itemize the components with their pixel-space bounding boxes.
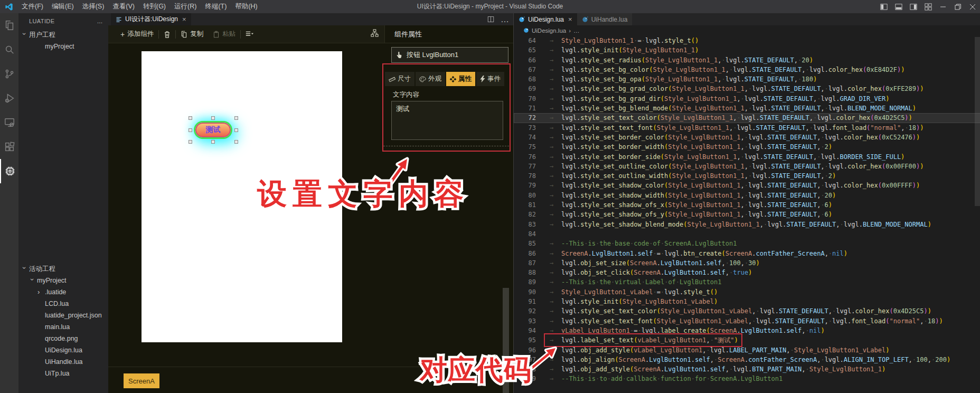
section-[interactable]: ›用户工程 xyxy=(18,29,108,41)
resize-handle[interactable] xyxy=(189,140,192,144)
title-bar: 文件(F)编辑(E)选择(S)查看(V)转到(G)运行(R)终端(T)帮助(H)… xyxy=(0,0,980,13)
line-number: 90 xyxy=(514,287,536,297)
sidebar-more-icon[interactable]: … xyxy=(97,18,103,24)
breadcrumb[interactable]: UiDesign.lua › … xyxy=(514,25,980,35)
resize-handle[interactable] xyxy=(189,128,192,132)
extensions-icon[interactable] xyxy=(0,135,18,159)
tab-properties[interactable]: 属性 xyxy=(446,72,475,86)
add-widget-button[interactable]: + 添加组件 xyxy=(116,25,158,43)
menu-item-2[interactable]: 选择(S) xyxy=(78,0,109,13)
menu-item-3[interactable]: 查看(V) xyxy=(108,0,139,13)
line-number: 99 xyxy=(514,374,536,383)
line-content: →lvgl.style_init(Style_LvglButton1_1) xyxy=(550,45,699,55)
lua-file-icon xyxy=(519,16,525,23)
resize-handle[interactable] xyxy=(234,116,238,120)
designer-scrollbar[interactable] xyxy=(503,288,509,393)
code-line-69: 69→lvgl.style_set_bg_grad_color(Style_Lv… xyxy=(514,84,980,93)
sidebar-item-UiDesign.lua[interactable]: UiDesign.lua xyxy=(18,344,108,356)
code-line-91: 91→lvgl.style_init(Style_LvglButton1_vLa… xyxy=(514,297,980,306)
more-actions-icon[interactable]: … xyxy=(501,15,509,24)
tree-item-label: LCD.lua xyxy=(45,300,69,307)
sidebar-item-UiTp.lua[interactable]: UiTp.lua xyxy=(18,368,108,379)
menu-item-5[interactable]: 运行(R) xyxy=(170,0,201,13)
tab-appearance[interactable]: 外观 xyxy=(416,72,445,86)
tab-ui-designer[interactable]: UI设计器:UiDesign × xyxy=(111,13,191,25)
list-dropdown-icon xyxy=(246,31,253,38)
line-number: 84 xyxy=(514,229,536,239)
toggle-panel-bottom-icon[interactable] xyxy=(891,0,906,13)
tab-uihandle-lua[interactable]: UiHandle.lua xyxy=(577,13,633,25)
chevron-right-icon: › xyxy=(37,289,43,295)
line-content: →lvgl.style_set_bg_grad_dir(Style_LvglBu… xyxy=(550,94,889,104)
menu-item-0[interactable]: 文件(F) xyxy=(17,0,48,13)
ruler-icon xyxy=(389,76,395,82)
resize-handle[interactable] xyxy=(234,140,238,144)
toggle-panel-right-icon[interactable] xyxy=(906,0,921,13)
sidebar-item-main.lua[interactable]: main.lua xyxy=(18,321,108,333)
menu-item-7[interactable]: 帮助(H) xyxy=(231,0,261,13)
tab-size[interactable]: 尺寸 xyxy=(385,72,414,86)
source-control-icon[interactable] xyxy=(0,62,18,86)
lvgl-button-widget[interactable]: 测试 xyxy=(195,123,231,137)
selected-widget-box[interactable]: 按钮 LvglButton1 xyxy=(391,47,508,63)
resize-handle[interactable] xyxy=(234,128,238,132)
sidebar-item-qrcode.png[interactable]: qrcode.png xyxy=(18,333,108,344)
close-button[interactable] xyxy=(965,0,980,13)
vscode-window: 文件(F)编辑(E)选择(S)查看(V)转到(G)运行(R)终端(T)帮助(H)… xyxy=(0,0,980,393)
customize-layout-icon[interactable] xyxy=(921,0,936,13)
list-menu-button[interactable] xyxy=(241,25,258,43)
line-content: →vLabel_LvglButton1·=·lvgl.label_create(… xyxy=(550,326,825,335)
resize-handle[interactable] xyxy=(211,140,215,144)
divider xyxy=(108,367,513,367)
line-number: 98 xyxy=(514,364,536,374)
sidebar-item-.luatide[interactable]: ›.luatide xyxy=(18,286,108,298)
paste-button[interactable]: 粘贴 xyxy=(208,25,240,43)
section-[interactable]: ›活动工程 xyxy=(18,263,108,275)
sidebar-item-UiHandle.lua[interactable]: UiHandle.lua xyxy=(18,356,108,368)
screen-tab-screena[interactable]: ScreenA xyxy=(124,373,159,388)
tab-events[interactable]: 事件 xyxy=(476,72,504,86)
code-line-67: 67→lvgl.style_set_bg_color(Style_LvglBut… xyxy=(514,65,980,74)
menu-item-1[interactable]: 编辑(E) xyxy=(48,0,78,13)
split-editor-icon[interactable] xyxy=(487,16,494,23)
close-icon[interactable]: × xyxy=(182,15,186,23)
luatide-chip-icon[interactable] xyxy=(0,159,18,183)
resize-handle[interactable] xyxy=(189,116,192,120)
sidebar-item-luatide_project.json[interactable]: luatide_project.json xyxy=(18,310,108,321)
minimize-button[interactable] xyxy=(936,0,950,13)
delete-widget-button[interactable] xyxy=(159,25,175,43)
tab-uidesign-lua[interactable]: UiDesign.lua × xyxy=(514,13,577,25)
sidebar-item-myProject[interactable]: myProject xyxy=(18,41,108,52)
line-number: 87 xyxy=(514,258,536,268)
copy-button[interactable]: 复制 xyxy=(176,25,208,43)
code-line-94: 94→vLabel_LvglButton1·=·lvgl.label_creat… xyxy=(514,326,980,335)
code-area[interactable]: 64→Style_LvglButton1_1·=·lvgl.style_t()6… xyxy=(514,36,980,393)
code-scrollbar[interactable] xyxy=(975,37,980,206)
search-icon[interactable] xyxy=(0,38,18,62)
sidebar-item-LCD.lua[interactable]: LCD.lua xyxy=(18,298,108,310)
sidebar-item-myProject[interactable]: ›myProject xyxy=(18,275,108,286)
restore-button[interactable] xyxy=(950,0,965,13)
text-content-input[interactable]: 测试 xyxy=(391,101,503,140)
close-icon[interactable]: × xyxy=(568,15,572,23)
code-line-66: 66→lvgl.style_set_radius(Style_LvglButto… xyxy=(514,55,980,65)
line-content: →--This·is·the·virtual·Label·of·LvglButt… xyxy=(550,277,722,287)
design-canvas[interactable]: 测试 xyxy=(142,51,342,342)
code-line-95: 95→lvgl.label_set_text(vLabel_LvglButton… xyxy=(514,335,980,345)
toggle-panel-left-icon[interactable] xyxy=(877,0,891,13)
code-line-83: 83→lvgl.style_set_shadow_blend_mode(Styl… xyxy=(514,220,980,229)
menu-item-4[interactable]: 转到(G) xyxy=(139,0,170,13)
code-line-70: 70→lvgl.style_set_bg_grad_dir(Style_Lvgl… xyxy=(514,94,980,104)
code-line-96: 96→lvgl.obj_add_style(vLabel_LvglButton1… xyxy=(514,345,980,355)
resize-handle[interactable] xyxy=(211,116,215,120)
explorer-icon[interactable] xyxy=(0,13,18,38)
menu-item-6[interactable]: 终端(T) xyxy=(201,0,231,13)
line-content: →lvgl.style_set_shadow_ofs_y(Style_LvglB… xyxy=(550,210,832,219)
run-debug-icon[interactable] xyxy=(0,86,18,110)
add-widget-label: 添加组件 xyxy=(127,30,154,39)
props-icon xyxy=(450,76,456,82)
remote-explorer-icon[interactable] xyxy=(0,110,18,135)
widget-tree-icon[interactable] xyxy=(371,29,379,37)
line-number: 94 xyxy=(514,326,536,335)
code-line-72: 72→lvgl.style_set_text_color(Style_LvglB… xyxy=(514,113,980,123)
